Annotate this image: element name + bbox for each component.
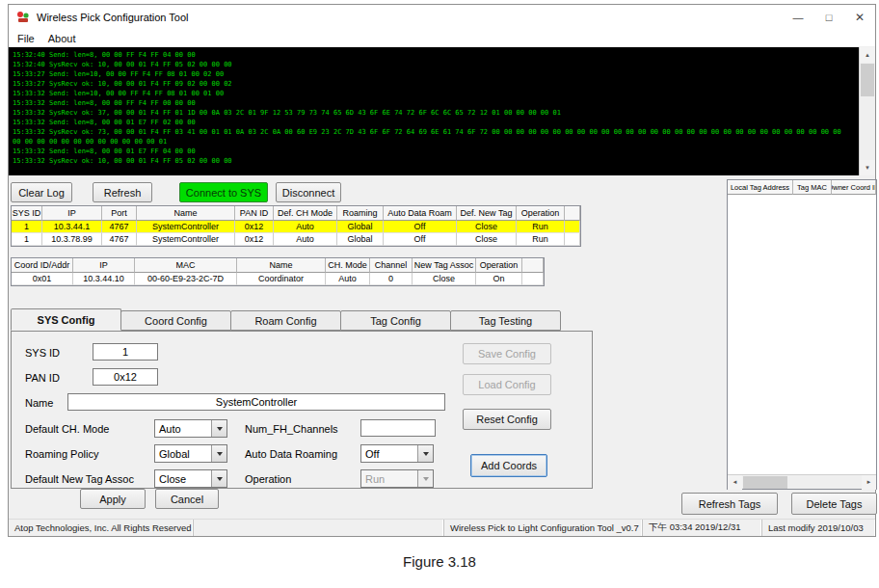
config-tabs: SYS ConfigCoord ConfigRoam ConfigTag Con… — [11, 310, 560, 331]
table-cell: Off — [384, 233, 457, 246]
apply-button[interactable]: Apply — [80, 489, 146, 509]
num-fh-channels-label: Num_FH_Channels — [245, 423, 338, 435]
app-window: Wireless Pick Configuration Tool — □ ✕ F… — [8, 4, 876, 537]
scrollbar-thumb[interactable] — [861, 64, 874, 96]
console-scrollbar[interactable]: ▲ ▼ — [859, 47, 875, 175]
table-cell: 0x12 — [235, 221, 274, 233]
log-line: 15:33:32 SysRecv ok: 73, 00 00 01 F4 FF … — [13, 127, 852, 147]
tag-list-panel: Local Tag AddressTag MACOwner Coord ID ◄… — [727, 179, 877, 490]
log-console: 15:32:40 Send: len=8, 00 00 FF F4 FF 04 … — [9, 47, 875, 175]
status-spacer — [194, 520, 444, 536]
coord-table: Coord ID/AddrIPMACNameCH. ModeChannelNew… — [11, 257, 545, 286]
disconnect-button[interactable]: Disconnect — [276, 182, 341, 202]
table-cell: Close — [413, 273, 476, 285]
table-header-cell: Port — [102, 206, 137, 221]
table-cell: Auto — [326, 273, 370, 285]
maximize-button[interactable]: □ — [813, 5, 844, 30]
tab-tag-testing[interactable]: Tag Testing — [450, 310, 561, 331]
roaming-policy-select[interactable]: Global — [154, 444, 227, 463]
status-clock: 下午 03:34 2019/12/31 — [643, 520, 762, 536]
log-lines: 15:32:40 Send: len=8, 00 00 FF F4 FF 04 … — [13, 50, 852, 166]
table-header-cell: IP — [73, 258, 135, 273]
scrollbar-thumb[interactable] — [743, 476, 787, 489]
tab-roam-config[interactable]: Roam Config — [230, 310, 341, 331]
chevron-down-icon — [417, 470, 433, 487]
table-header-cell: Local Tag Address — [728, 180, 793, 195]
sys-table: SYS IDIPPortNamePAN IDDef. CH ModeRoamin… — [11, 205, 581, 247]
save-config-button: Save Config — [463, 343, 551, 364]
menu-bar: File About — [9, 30, 875, 47]
table-cell: Global — [337, 221, 384, 233]
log-line: 15:33:32 Send: len=10, 00 00 FF F4 FF 08… — [13, 89, 852, 98]
table-header-cell: Auto Data Roam — [384, 206, 457, 221]
default-new-tag-assoc-select[interactable]: Close — [154, 469, 227, 488]
default-ch-mode-select[interactable]: Auto — [154, 419, 227, 438]
add-coords-button[interactable]: Add Coords — [470, 454, 547, 477]
log-line: 15:33:27 SysRecv ok: 10, 00 00 01 F4 FF … — [13, 79, 852, 89]
log-line: 15:33:32 SysRecv ok: 10, 00 00 01 F4 FF … — [13, 156, 852, 166]
log-line: 15:33:32 Send: len=8, 00 00 01 E7 FF 04 … — [13, 147, 852, 156]
table-row[interactable]: 0x0110.3.44.1000-60-E9-23-2C-7DCoordinat… — [12, 273, 544, 285]
auto-data-roaming-value: Off — [361, 448, 417, 460]
table-row[interactable]: 110.3.78.994767SystemController0x12AutoG… — [12, 233, 580, 246]
log-line: 15:32:40 Send: len=8, 00 00 FF F4 FF 04 … — [13, 50, 852, 60]
table-cell: 1 — [12, 233, 42, 246]
table-header-cell: PAN ID — [235, 206, 274, 221]
table-header-cell: Name — [137, 206, 235, 221]
table-row[interactable]: 110.3.44.14767SystemController0x12AutoGl… — [12, 221, 580, 233]
chevron-down-icon[interactable] — [211, 445, 226, 462]
refresh-tags-button[interactable]: Refresh Tags — [681, 493, 778, 515]
name-input[interactable] — [67, 393, 445, 411]
scroll-left-icon[interactable]: ◄ — [728, 475, 742, 490]
minimize-button[interactable]: — — [783, 5, 813, 30]
num-fh-channels-input[interactable] — [360, 419, 436, 437]
table-header-row: Coord ID/AddrIPMACNameCH. ModeChannelNew… — [12, 258, 544, 273]
scroll-right-icon[interactable]: ► — [862, 475, 876, 490]
chevron-down-icon[interactable] — [211, 420, 226, 437]
table-cell: 0 — [370, 273, 413, 285]
table-cell: Global — [337, 233, 384, 246]
window-title: Wireless Pick Configuration Tool — [37, 12, 189, 23]
table-cell: Off — [384, 221, 457, 233]
table-cell: 00-60-E9-23-2C-7D — [135, 273, 237, 285]
table-header-cell: IP — [42, 206, 102, 221]
table-cell: 10.3.44.10 — [73, 273, 135, 285]
sys-id-input[interactable] — [93, 343, 158, 361]
menu-item-about[interactable]: About — [41, 32, 83, 45]
reset-config-button[interactable]: Reset Config — [463, 409, 551, 430]
table-cell: SystemController — [137, 221, 235, 233]
table-header-cell: Roaming — [337, 206, 384, 221]
close-button[interactable]: ✕ — [844, 5, 875, 30]
table-header-cell — [522, 258, 544, 273]
cancel-button[interactable]: Cancel — [155, 489, 219, 509]
refresh-button[interactable]: Refresh — [93, 182, 152, 202]
menu-item-file[interactable]: File — [11, 32, 41, 45]
operation-select: Run — [360, 469, 434, 488]
table-header-cell: Tag MAC — [793, 180, 832, 195]
tab-tag-config[interactable]: Tag Config — [340, 310, 451, 331]
chevron-down-icon[interactable] — [211, 470, 226, 487]
scroll-up-icon[interactable]: ▲ — [860, 47, 875, 63]
table-header-row: SYS IDIPPortNamePAN IDDef. CH ModeRoamin… — [12, 206, 580, 221]
connect-to-sys-button[interactable]: Connect to SYS — [179, 182, 268, 202]
tag-list-hscrollbar[interactable]: ◄ ► — [728, 474, 876, 489]
chevron-down-icon[interactable] — [417, 445, 433, 462]
table-header-cell: Channel — [370, 258, 413, 273]
table-cell: 0x12 — [235, 233, 274, 246]
delete-tags-button[interactable]: Delete Tags — [791, 493, 877, 515]
table-header-cell: Operation — [476, 258, 522, 273]
auto-data-roaming-select[interactable]: Off — [360, 444, 434, 463]
log-line: 15:32:40 SysRecv ok: 10, 00 00 01 F4 FF … — [13, 60, 852, 69]
clear-log-button[interactable]: Clear Log — [11, 182, 72, 202]
scroll-down-icon[interactable]: ▼ — [860, 160, 875, 175]
pan-id-label: PAN ID — [25, 372, 60, 384]
tab-coord-config[interactable]: Coord Config — [120, 310, 231, 331]
roaming-policy-label: Roaming Policy — [25, 448, 98, 460]
table-cell: On — [476, 273, 522, 285]
main-area: Clear Log Refresh Connect to SYS Disconn… — [9, 175, 875, 521]
sys-config-panel: SYS ID PAN ID Name Default CH. Mode Auto… — [11, 331, 593, 489]
table-cell: Auto — [274, 221, 337, 233]
table-header-cell: SYS ID — [12, 206, 42, 221]
pan-id-input[interactable] — [93, 368, 158, 386]
tab-sys-config[interactable]: SYS Config — [11, 308, 121, 331]
